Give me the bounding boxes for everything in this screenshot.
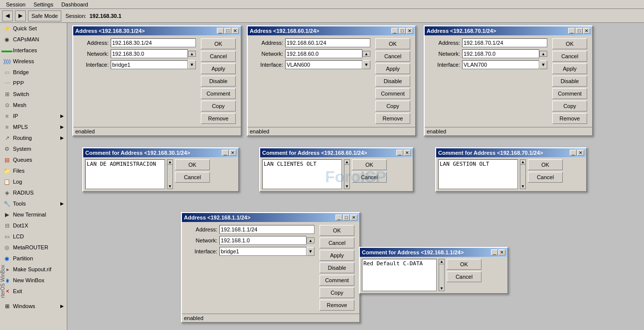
comment3-titlebar[interactable]: Comment for Address <192.168.70.1/24> _ … (436, 148, 586, 157)
addr2-disable-btn[interactable]: Disable (375, 76, 410, 87)
dialog2-minimize[interactable]: _ (391, 28, 398, 34)
addr4-cancel-btn[interactable]: Cancel (320, 237, 354, 248)
addr2-copy-btn[interactable]: Copy (375, 101, 410, 111)
comment4-cancel-btn[interactable]: Cancel (447, 271, 482, 282)
addr4-interface-select[interactable]: bridge1 (219, 247, 307, 256)
dialog3-titlebar[interactable]: Address <192.168.70.1/24> _ □ ✕ (425, 26, 592, 35)
sidebar-item-bridge[interactable]: ▭ Bridge (0, 67, 67, 78)
comment3-ok-btn[interactable]: OK (528, 159, 563, 170)
sidebar-item-makesupout[interactable]: ▶ Make Supout.rif (0, 264, 67, 275)
sidebar-item-capsman[interactable]: ◉ CAPsMAN (0, 34, 67, 45)
addr1-disable-btn[interactable]: Disable (201, 76, 236, 87)
addr2-network-input[interactable] (285, 49, 362, 58)
addr3-network-input[interactable] (462, 49, 539, 58)
sidebar-item-radius[interactable]: ◈ RADIUS (0, 187, 67, 198)
addr3-remove-btn[interactable]: Remove (552, 113, 587, 124)
addr2-comment-btn[interactable]: Comment (375, 88, 410, 99)
dialog4-maximize[interactable]: □ (343, 215, 350, 220)
addr4-disable-btn[interactable]: Disable (320, 262, 354, 273)
addr4-copy-btn[interactable]: Copy (320, 287, 354, 298)
addr3-interface-arrow[interactable]: ▼ (539, 60, 547, 69)
sidebar-item-lcd[interactable]: ▭ LCD (0, 231, 67, 242)
menu-settings[interactable]: Settings (29, 0, 57, 8)
addr1-remove-btn[interactable]: Remove (201, 113, 236, 124)
addr1-interface-arrow[interactable]: ▼ (188, 60, 196, 69)
addr2-cancel-btn[interactable]: Cancel (375, 51, 410, 62)
comment2-close[interactable]: ✕ (404, 150, 411, 156)
addr3-address-input[interactable] (462, 38, 547, 47)
dialog2-titlebar[interactable]: Address <192.168.60.1/24> _ □ ✕ (248, 26, 415, 35)
comment4-titlebar[interactable]: Comment for Address <192.168.1.1/24> _ ✕ (360, 248, 507, 257)
addr2-ok-btn[interactable]: OK (375, 38, 410, 49)
comment2-scroll-down[interactable]: ▼ (344, 184, 349, 189)
sidebar-item-mpls[interactable]: ≡ MPLS (0, 121, 67, 132)
sidebar-item-queues[interactable]: ▤ Queues (0, 154, 67, 165)
comment2-titlebar[interactable]: Comment for Address <192.168.60.1/24> _ … (260, 148, 413, 157)
addr3-cancel-btn[interactable]: Cancel (552, 51, 587, 62)
comment3-close[interactable]: ✕ (577, 150, 584, 156)
comment4-textarea[interactable]: Red Default C-DATA (362, 259, 437, 291)
addr3-ok-btn[interactable]: OK (552, 38, 587, 49)
addr4-network-up[interactable]: ▲ (307, 237, 315, 243)
sidebar-item-files[interactable]: 📁 Files (0, 165, 67, 176)
comment4-minimize[interactable]: _ (491, 249, 498, 255)
addr1-apply-btn[interactable]: Apply (201, 63, 236, 74)
sidebar-item-routing[interactable]: ↗ Routing (0, 132, 67, 143)
addr2-interface-select[interactable]: VLAN600 (285, 60, 362, 69)
addr1-network-input[interactable] (111, 49, 188, 58)
dialog3-maximize[interactable]: □ (576, 28, 583, 34)
sidebar-item-interfaces[interactable]: ▬▬ Interfaces (0, 45, 67, 56)
comment4-close[interactable]: ✕ (498, 249, 505, 255)
comment3-minimize[interactable]: _ (570, 150, 577, 156)
addr1-interface-select[interactable]: bridge1 (111, 60, 188, 69)
sidebar-item-ip[interactable]: ≡ IP (0, 110, 67, 121)
sidebar-item-exit[interactable]: ✕ Exit (0, 286, 67, 297)
dialog1-maximize[interactable]: □ (224, 28, 231, 34)
addr4-apply-btn[interactable]: Apply (320, 250, 354, 261)
comment3-textarea[interactable]: LAN GESTION OLT (438, 159, 518, 189)
comment1-scroll-up[interactable]: ▲ (167, 160, 172, 165)
comment3-scroll-down[interactable]: ▼ (520, 184, 525, 189)
addr1-comment-btn[interactable]: Comment (201, 88, 236, 99)
sidebar-item-switch[interactable]: ⊞ Switch (0, 89, 67, 100)
comment1-scroll-down[interactable]: ▼ (167, 184, 172, 189)
addr3-network-up[interactable]: ▲ (539, 51, 547, 57)
dialog4-titlebar[interactable]: Address <192.168.1.1/24> _ □ ✕ (182, 213, 359, 222)
comment2-cancel-btn[interactable]: Cancel (352, 172, 387, 183)
addr2-remove-btn[interactable]: Remove (375, 113, 410, 124)
addr4-remove-btn[interactable]: Remove (320, 300, 354, 311)
safe-mode-button[interactable]: Safe Mode (28, 10, 61, 21)
comment1-titlebar[interactable]: Comment for Address <192.168.30.1/24> _ … (83, 148, 238, 157)
dialog3-minimize[interactable]: _ (568, 28, 575, 34)
dialog4-minimize[interactable]: _ (335, 215, 342, 220)
addr3-interface-select[interactable]: VLAN700 (462, 60, 539, 69)
addr2-apply-btn[interactable]: Apply (375, 63, 410, 74)
dialog4-close[interactable]: ✕ (350, 215, 357, 220)
addr3-comment-btn[interactable]: Comment (552, 88, 587, 99)
sidebar-item-tools[interactable]: 🔧 Tools (0, 198, 67, 209)
comment1-cancel-btn[interactable]: Cancel (175, 172, 210, 183)
forward-button[interactable]: ▶ (15, 10, 26, 21)
sidebar-item-partition[interactable]: ◉ Partition (0, 253, 67, 264)
comment2-ok-btn[interactable]: OK (352, 159, 387, 170)
addr3-copy-btn[interactable]: Copy (552, 101, 587, 111)
sidebar-item-metarouter[interactable]: ◎ MetaROUTER (0, 242, 67, 253)
comment4-scroll-down[interactable]: ▼ (439, 286, 444, 291)
sidebar-item-newterminal[interactable]: ▶ New Terminal (0, 209, 67, 220)
comment2-scroll-up[interactable]: ▲ (344, 160, 349, 165)
addr4-network-input[interactable] (219, 236, 307, 245)
comment1-minimize[interactable]: _ (222, 150, 229, 156)
sidebar-item-wireless[interactable]: )))) Wireless (0, 56, 67, 67)
dialog2-close[interactable]: ✕ (406, 28, 413, 34)
addr1-address-input[interactable] (111, 38, 196, 47)
comment1-ok-btn[interactable]: OK (175, 159, 210, 170)
comment1-close[interactable]: ✕ (229, 150, 236, 156)
sidebar-item-newwinbox[interactable]: ◉ New WinBox (0, 275, 67, 286)
dialog1-titlebar[interactable]: Address <192.168.30.1/24> _ □ ✕ (73, 26, 241, 35)
addr1-ok-btn[interactable]: OK (201, 38, 236, 49)
sidebar-item-mesh[interactable]: ⊙ Mesh (0, 100, 67, 110)
sidebar-item-windows[interactable]: ⊞ Windows (0, 301, 67, 312)
addr2-network-up[interactable]: ▲ (362, 51, 370, 57)
comment3-scroll-up[interactable]: ▲ (520, 160, 525, 165)
menu-dashboard[interactable]: Dashboard (57, 0, 92, 8)
